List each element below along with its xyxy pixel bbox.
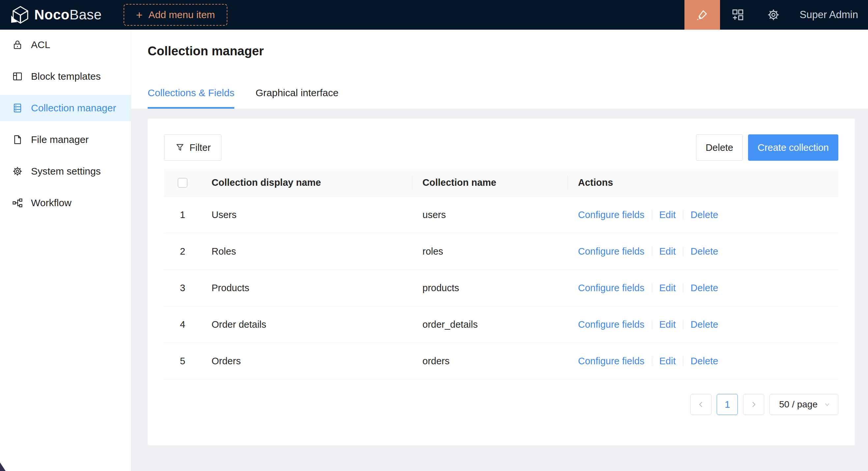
table-toolbar: Filter Delete Create collection: [164, 134, 838, 161]
current-user[interactable]: Super Admin: [800, 9, 859, 21]
delete-link[interactable]: Delete: [690, 319, 718, 330]
row-actions: Configure fields Edit Delete: [567, 319, 838, 330]
collection-name: products: [412, 282, 567, 294]
filter-button[interactable]: Filter: [164, 134, 221, 161]
collection-display-name: Roles: [201, 246, 412, 257]
collections-card: Filter Delete Create collection Collecti…: [148, 119, 855, 445]
edit-link[interactable]: Edit: [659, 282, 676, 294]
configure-fields-link[interactable]: Configure fields: [578, 246, 645, 257]
ui-editor-button[interactable]: [684, 0, 720, 30]
edit-link[interactable]: Edit: [659, 209, 676, 220]
table-header-row: Collection display name Collection name …: [164, 169, 838, 197]
settings-button[interactable]: [756, 0, 791, 30]
lock-icon: [12, 39, 23, 51]
collection-display-name: Users: [201, 209, 412, 220]
create-collection-button[interactable]: Create collection: [748, 134, 838, 161]
table-row: 1 Users users Configure fields Edit Dele…: [164, 197, 838, 233]
sidebar-item-system-settings[interactable]: System settings: [0, 158, 131, 184]
collection-name: users: [412, 209, 567, 220]
collection-display-name: Order details: [201, 319, 412, 330]
sidebar-item-label: Collection manager: [31, 102, 116, 114]
sidebar-item-file-manager[interactable]: File manager: [0, 127, 131, 153]
filter-label: Filter: [189, 142, 211, 153]
collection-name: orders: [412, 356, 567, 367]
chevron-left-icon: [697, 401, 705, 408]
tab-graphical-interface[interactable]: Graphical interface: [255, 87, 338, 109]
gear-icon: [12, 166, 23, 177]
prev-page-button[interactable]: [690, 394, 711, 415]
delete-link[interactable]: Delete: [690, 246, 718, 257]
collection-name: roles: [412, 246, 567, 257]
action-divider: [652, 283, 652, 293]
sidebar-item-block-templates[interactable]: Block templates: [0, 63, 131, 90]
page-size-value: 50 / page: [779, 399, 817, 410]
row-index: 5: [164, 356, 201, 367]
plus-icon: +: [136, 9, 143, 21]
main-area: Collection manager Collections & Fields …: [131, 30, 868, 471]
sidebar-item-collection-manager[interactable]: Collection manager: [0, 95, 131, 121]
add-menu-item-label: Add menu item: [149, 9, 215, 21]
page-header: Collection manager Collections & Fields …: [131, 30, 868, 109]
nocobase-logo: NocoBase: [10, 6, 102, 24]
table-row: 2 Roles roles Configure fields Edit Dele…: [164, 233, 838, 270]
page-size-select[interactable]: 50 / page: [770, 394, 838, 415]
configure-fields-link[interactable]: Configure fields: [578, 209, 645, 220]
page-1-button[interactable]: 1: [717, 394, 738, 415]
row-index: 2: [164, 246, 201, 257]
configure-fields-link[interactable]: Configure fields: [578, 356, 645, 367]
file-icon: [12, 134, 23, 145]
collection-name: order_details: [412, 319, 567, 330]
top-header: NocoBase + Add menu item: [0, 0, 868, 30]
page-title: Collection manager: [148, 44, 868, 58]
action-divider: [652, 356, 652, 366]
plugin-manager-button[interactable]: [720, 0, 756, 30]
table-row: 3 Products products Configure fields Edi…: [164, 270, 838, 306]
sidebar-item-label: System settings: [31, 166, 101, 177]
column-header-actions: Actions: [567, 169, 838, 196]
column-header-display-name: Collection display name: [201, 169, 412, 196]
row-actions: Configure fields Edit Delete: [567, 282, 838, 294]
next-page-button[interactable]: [743, 394, 764, 415]
add-menu-item-button[interactable]: + Add menu item: [124, 4, 228, 26]
configure-fields-link[interactable]: Configure fields: [578, 319, 645, 330]
row-actions: Configure fields Edit Delete: [567, 209, 838, 220]
delete-button[interactable]: Delete: [696, 134, 743, 161]
workflow-icon: [12, 197, 23, 208]
column-header-name: Collection name: [412, 169, 567, 196]
row-actions: Configure fields Edit Delete: [567, 356, 838, 367]
chevron-down-icon: [824, 401, 831, 408]
delete-link[interactable]: Delete: [690, 356, 718, 367]
action-divider: [652, 210, 652, 220]
collection-display-name: Orders: [201, 356, 412, 367]
action-divider: [652, 246, 652, 256]
action-divider: [652, 319, 652, 329]
row-actions: Configure fields Edit Delete: [567, 246, 838, 257]
header-actions: Super Admin: [684, 0, 868, 30]
tab-collections-fields[interactable]: Collections & Fields: [148, 87, 234, 109]
highlighter-icon: [696, 8, 709, 22]
sidebar-item-label: File manager: [31, 134, 89, 145]
sidebar-item-label: Workflow: [31, 197, 71, 208]
edit-link[interactable]: Edit: [659, 356, 676, 367]
sidebar: ACL Block templates Collection manager F…: [0, 30, 131, 471]
configure-fields-link[interactable]: Configure fields: [578, 282, 645, 294]
sidebar-item-label: Block templates: [31, 71, 101, 82]
gear-icon: [767, 8, 780, 22]
row-index: 3: [164, 282, 201, 294]
plugin-manager-icon: [731, 8, 745, 22]
edit-link[interactable]: Edit: [659, 246, 676, 257]
database-icon: [12, 102, 23, 114]
row-index: 4: [164, 319, 201, 330]
sidebar-item-label: ACL: [31, 39, 50, 51]
edit-link[interactable]: Edit: [659, 319, 676, 330]
action-divider: [683, 210, 683, 220]
action-divider: [683, 356, 683, 366]
row-index: 1: [164, 209, 201, 220]
delete-link[interactable]: Delete: [690, 209, 718, 220]
sidebar-item-workflow[interactable]: Workflow: [0, 190, 131, 216]
nocobase-logo-icon: [10, 6, 29, 24]
sidebar-item-acl[interactable]: ACL: [0, 32, 131, 58]
select-all-checkbox[interactable]: [178, 178, 187, 188]
delete-link[interactable]: Delete: [690, 282, 718, 294]
action-divider: [683, 283, 683, 293]
